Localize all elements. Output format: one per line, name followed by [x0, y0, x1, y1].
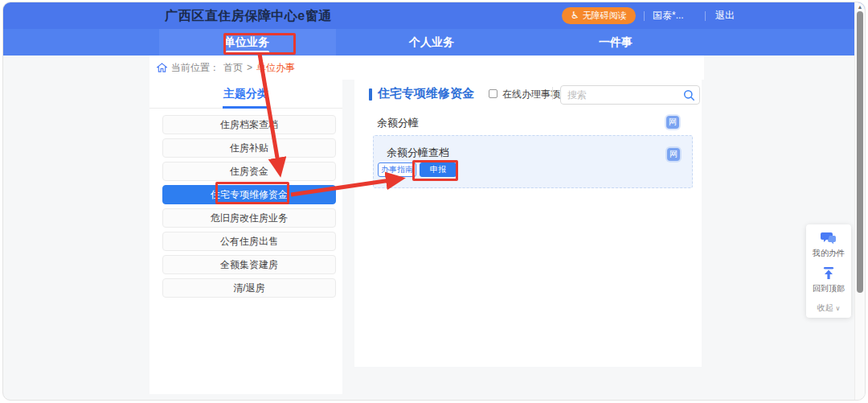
wheelchair-icon: ♿ — [571, 10, 579, 21]
online-items-checkbox[interactable] — [489, 89, 497, 98]
sidebar-item-housing-archive-search[interactable]: 住房档案查档 — [162, 115, 336, 134]
service-item-balance-by-building[interactable]: 余额分幢 — [377, 116, 419, 130]
sidebar-title-underline — [223, 106, 269, 109]
screenshot-stage: 广西区直住房保障中心e窗通 ♿无障碍阅读 国泰*... 退出 单位业务 个人业务… — [0, 0, 868, 403]
header-divider — [644, 11, 645, 21]
tab-one-thing[interactable]: 一件事 — [528, 29, 703, 56]
service-guide-button[interactable]: 办事指南 — [378, 162, 416, 177]
collapse-label: 收起 — [817, 303, 833, 312]
online-badge: 网 — [667, 148, 680, 161]
online-badge: 网 — [666, 116, 679, 129]
breadcrumb: 当前位置： 首页 > 单位办事 — [149, 56, 704, 80]
sidebar-item-public-housing-sale[interactable]: 公有住房出售 — [162, 232, 336, 251]
sidebar-item-housing-subsidy[interactable]: 住房补贴 — [162, 138, 336, 158]
sidebar-list: 住房档案查档 住房补贴 住房资金 住宅专项维修资金 危旧房改住房业务 公有住房出… — [162, 115, 336, 302]
sidebar-categories: 主题分类 住房档案查档 住房补贴 住房资金 住宅专项维修资金 危旧房改住房业务 … — [149, 79, 342, 394]
service-panel: 住宅专项维修资金 在线办理事项 余额分幢 网 余额分幢查档 网 办事指南 申报 — [354, 79, 702, 367]
sidebar-item-residential-maintenance-fund[interactable]: 住宅专项维修资金 — [162, 185, 336, 204]
sidebar-item-housing-funds[interactable]: 住房资金 — [162, 162, 336, 181]
collapse-button[interactable]: 收起 ∨ — [817, 302, 841, 314]
vertical-scrollbar[interactable]: ▲ — [854, 2, 865, 400]
panel-divider — [552, 87, 553, 100]
scrollbar-thumb[interactable] — [857, 11, 863, 293]
chevron-down-icon: ∨ — [835, 305, 840, 312]
back-to-top-icon[interactable] — [821, 266, 836, 281]
page-title: 广西区直住房保障中心e窗通 — [124, 2, 373, 29]
breadcrumb-current: 单位办事 — [256, 61, 295, 75]
username-link[interactable]: 国泰*... — [653, 2, 684, 29]
breadcrumb-home-link[interactable]: 首页 — [223, 61, 243, 75]
my-cases-icon[interactable] — [820, 231, 837, 245]
accessibility-reading-button[interactable]: ♿无障碍阅读 — [562, 7, 636, 24]
panel-title: 住宅专项维修资金 — [378, 86, 474, 101]
back-to-top-label[interactable]: 回到顶部 — [813, 283, 845, 294]
my-cases-label[interactable]: 我的办件 — [813, 248, 845, 259]
sidebar-title: 主题分类 — [149, 87, 342, 101]
search-input[interactable] — [567, 87, 680, 103]
app-header: 广西区直住房保障中心e窗通 ♿无障碍阅读 国泰*... 退出 — [3, 2, 865, 29]
sidebar-item-vacate-return-housing[interactable]: 清/退房 — [162, 278, 336, 298]
tab-personal-business[interactable]: 个人业务 — [344, 29, 519, 56]
active-tab-underline — [226, 51, 269, 53]
apply-button[interactable]: 申报 — [420, 162, 457, 177]
logout-button[interactable]: 退出 — [715, 2, 735, 29]
accessibility-label: 无障碍阅读 — [583, 10, 627, 20]
scroll-up-arrow-icon[interactable]: ▲ — [855, 4, 865, 10]
home-icon — [157, 63, 167, 73]
service-item-balance-archive-search[interactable]: 余额分幢查档 — [387, 146, 449, 160]
browser-page: 广西区直住房保障中心e窗通 ♿无障碍阅读 国泰*... 退出 单位业务 个人业务… — [2, 2, 866, 401]
header-divider — [705, 11, 706, 21]
floating-tools-panel: 我的办件 回到顶部 收起 ∨ — [806, 224, 851, 318]
sidebar-item-full-fundraising-housing[interactable]: 全额集资建房 — [162, 255, 336, 274]
breadcrumb-separator: > — [247, 62, 252, 73]
panel-title-bar — [369, 88, 372, 101]
search-icon[interactable] — [683, 89, 695, 101]
main-nav: 单位业务 个人业务 一件事 — [3, 29, 865, 56]
sidebar-item-dilapidated-housing[interactable]: 危旧房改住房业务 — [162, 208, 336, 228]
search-box — [560, 85, 700, 105]
service-item-selected[interactable]: 余额分幢查档 网 办事指南 申报 — [373, 135, 693, 188]
breadcrumb-location-label: 当前位置： — [171, 61, 219, 75]
